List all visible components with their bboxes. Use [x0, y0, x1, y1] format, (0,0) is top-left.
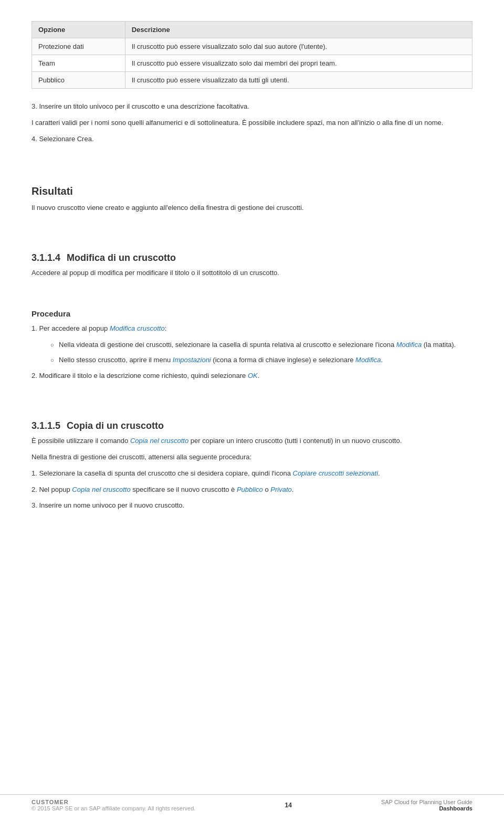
risultati-text: Il nuovo cruscotto viene creato e aggiun…: [32, 203, 472, 214]
intro-text2: per copiare un intero cruscotto (tutti i…: [188, 437, 402, 445]
section-3114-number: 3.1.1.4: [32, 252, 60, 264]
3115-step3: 3. Inserire un nome univoco per il nuovo…: [32, 500, 472, 511]
customer-label: CUSTOMER: [32, 799, 195, 805]
3115-step1-suffix: .: [378, 469, 380, 477]
risultati-heading: Risultati: [32, 185, 472, 197]
section-3115-title: Copia di un cruscotto: [67, 420, 164, 431]
section-3114-title: Modifica di un cruscotto: [67, 252, 176, 264]
section-3114-intro: Accedere al popup di modifica per modifi…: [32, 268, 472, 279]
step2-link: OK: [248, 372, 258, 380]
bullet1-text2: (la matita).: [422, 341, 456, 349]
table-row-option-1: Team: [32, 55, 125, 72]
3115-step2: 2. Nel popup Copia nel cruscotto specifi…: [32, 484, 472, 496]
bullet1-text1: Nella videata di gestione dei cruscotti,…: [59, 341, 396, 349]
table-row-desc-1: Il cruscotto può essere visualizzato sol…: [125, 55, 472, 72]
intro-link: Copia nel cruscotto: [130, 437, 188, 445]
bullet2-text3: .: [381, 356, 383, 364]
step1-suffix: :: [165, 324, 167, 332]
section-3115-heading: 3.1.1.5 Copia di un cruscotto: [32, 420, 472, 431]
section-3114-heading: 3.1.1.4 Modifica di un cruscotto: [32, 252, 472, 264]
table-row-option-0: Protezione dati: [32, 38, 125, 55]
step2-suffix: .: [258, 372, 260, 380]
step3-text: 3. Inserire un titolo univoco per il cru…: [32, 101, 472, 112]
page-footer: CUSTOMER © 2015 SAP SE or an SAP affilia…: [0, 794, 504, 812]
step1-prefix: 1. Per accedere al popup: [32, 324, 110, 332]
section-3115-number: 3.1.1.5: [32, 420, 60, 431]
section-3115-para2: Nella finestra di gestione dei cruscotti…: [32, 452, 472, 463]
section-3115-intro: È possibile utilizzare il comando Copia …: [32, 436, 472, 447]
3115-step2-link: Copia nel cruscotto: [72, 486, 130, 493]
bullet-item-2: Nello stesso cruscotto, aprire il menu I…: [50, 355, 472, 366]
3115-step1-link: Copiare cruscotti selezionati: [293, 469, 379, 477]
table-row: PubblicoIl cruscotto può essere visualiz…: [32, 72, 472, 89]
procedura-heading: Procedura: [32, 309, 472, 318]
step1-text: 1. Per accedere al popup Modifica crusco…: [32, 323, 472, 334]
3115-step2-suffix: .: [292, 486, 294, 493]
table-row: Protezione datiIl cruscotto può essere v…: [32, 38, 472, 55]
page-num: 14: [285, 802, 291, 809]
step1-link: Modifica cruscotto: [110, 324, 165, 332]
step2-text: 2. Modificare il titolo e la descrizione…: [32, 371, 472, 382]
step4-text: 4. Selezionare Crea.: [32, 134, 472, 145]
bullet2-text1: Nello stesso cruscotto, aprire il menu: [59, 356, 173, 364]
options-table: Opzione Descrizione Protezione datiIl cr…: [32, 21, 472, 89]
bullet-list: Nella videata di gestione dei cruscotti,…: [50, 340, 472, 366]
3115-step2-text2: specificare se il nuovo cruscotto è: [131, 486, 237, 493]
dashboards-label: Dashboards: [381, 805, 472, 812]
table-row-option-2: Pubblico: [32, 72, 125, 89]
table-row-desc-2: Il cruscotto può essere visualizzato da …: [125, 72, 472, 89]
sap-title: SAP Cloud for Planning User Guide: [381, 799, 472, 805]
3115-step1: 1. Selezionare la casella di spunta del …: [32, 468, 472, 479]
step3b-text: I caratteri validi per i nomi sono quell…: [32, 118, 472, 129]
table-row: TeamIl cruscotto può essere visualizzato…: [32, 55, 472, 72]
page-content: Opzione Descrizione Protezione datiIl cr…: [0, 0, 504, 558]
footer-page-number: 14: [285, 802, 291, 809]
table-row-desc-0: Il cruscotto può essere visualizzato sol…: [125, 38, 472, 55]
footer-left: CUSTOMER © 2015 SAP SE or an SAP affilia…: [32, 799, 195, 812]
step2-prefix: 2. Modificare il titolo e la descrizione…: [32, 372, 248, 380]
copyright-text: © 2015 SAP SE or an SAP affiliate compan…: [32, 805, 195, 812]
3115-step2-text3: o: [263, 486, 270, 493]
intro-text1: È possibile utilizzare il comando: [32, 437, 130, 445]
footer-right: SAP Cloud for Planning User Guide Dashbo…: [381, 799, 472, 812]
bullet2-link: Impostazioni: [173, 356, 211, 364]
3115-step1-text1: 1. Selezionare la casella di spunta del …: [32, 469, 293, 477]
bullet2-text2: (icona a forma di chiave inglese) e sele…: [211, 356, 355, 364]
3115-step2-text1: 2. Nel popup: [32, 486, 72, 493]
3115-step2-link3: Privato: [270, 486, 291, 493]
bullet-item-1: Nella videata di gestione dei cruscotti,…: [50, 340, 472, 351]
bullet2-link2: Modifica: [355, 356, 381, 364]
bullet1-link: Modifica: [396, 341, 422, 349]
col-header-descrizione: Descrizione: [125, 22, 472, 38]
col-header-opzione: Opzione: [32, 22, 125, 38]
3115-step2-link2: Pubblico: [237, 486, 263, 493]
